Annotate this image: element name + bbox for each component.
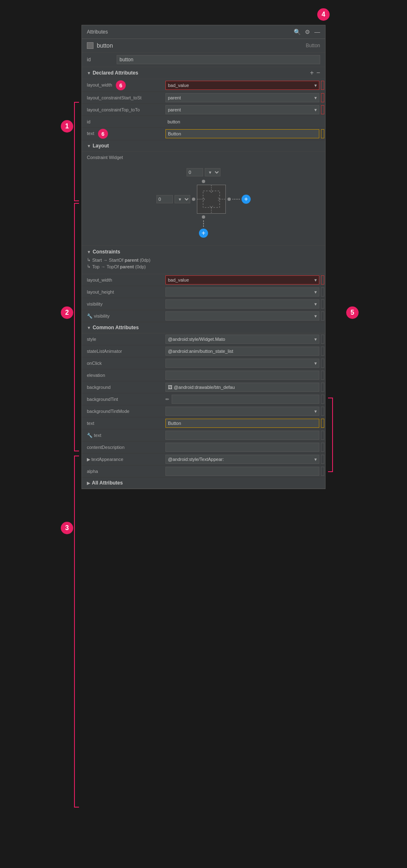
- attr-indicator-layout-width-layout[interactable]: [321, 275, 324, 285]
- text-common-input[interactable]: [165, 419, 319, 428]
- select-wrapper-style: @android:style/Widget.Mato ▼: [165, 335, 319, 344]
- attr-indicator-alpha[interactable]: [321, 467, 324, 476]
- visibility-wrench-select[interactable]: [165, 311, 319, 321]
- alpha-input[interactable]: [165, 467, 319, 476]
- bottom-plus-button[interactable]: +: [199, 229, 208, 238]
- badge-6-inline-2: 6: [98, 129, 108, 139]
- attr-row-text-declared: text 6: [82, 128, 325, 140]
- attr-indicator-background-tint[interactable]: [321, 395, 324, 404]
- remove-attribute-button[interactable]: −: [316, 70, 320, 76]
- constraint-start-select[interactable]: parent: [165, 93, 319, 102]
- attr-row-layout-width-layout: layout_width bad_value ▼: [82, 274, 325, 286]
- text-declared-input[interactable]: [165, 129, 319, 138]
- attr-label-visibility-wrench: 🔧 visibility: [87, 313, 165, 319]
- id-input[interactable]: [117, 55, 320, 64]
- attr-indicator-state-list-animator[interactable]: [321, 347, 324, 356]
- minimize-icon[interactable]: —: [314, 29, 320, 35]
- background-input[interactable]: [165, 383, 319, 392]
- constraint-top-select[interactable]: parent: [165, 105, 319, 114]
- visibility-select[interactable]: [165, 299, 319, 309]
- badge-3: 3: [61, 522, 73, 534]
- attr-label-on-click: onClick: [87, 361, 165, 366]
- state-list-animator-input[interactable]: [165, 347, 319, 356]
- layout-width-layout-select[interactable]: bad_value: [165, 275, 319, 285]
- select-wrapper-constraint-top: parent ▼: [165, 105, 319, 114]
- bracket-layout: [74, 203, 79, 451]
- attr-row-constraint-top: layout_constraintTop_toTo parent ▼: [82, 104, 325, 116]
- attr-label-background: background: [87, 385, 165, 390]
- attr-value-text-wrench: [165, 431, 325, 440]
- attr-indicator-constraint-start[interactable]: [321, 93, 324, 102]
- attr-label-constraint-top: layout_constraintTop_toTo: [87, 107, 165, 112]
- left-connector-dot: [192, 198, 195, 201]
- header-icons: 🔍 ⚙ —: [294, 29, 320, 35]
- diagram-center: ▼ ▼: [156, 168, 251, 238]
- attr-indicator-background[interactable]: [321, 383, 324, 392]
- attr-value-style: @android:style/Widget.Mato ▼: [165, 335, 325, 344]
- search-icon[interactable]: 🔍: [294, 29, 301, 35]
- attr-label-text-common: text: [87, 421, 165, 426]
- attr-label-layout-width-layout: layout_width: [87, 277, 165, 282]
- left-dimension-input[interactable]: [156, 195, 173, 203]
- attr-label-alpha: alpha: [87, 469, 165, 474]
- on-click-select[interactable]: [165, 359, 319, 368]
- background-tint-input[interactable]: [172, 395, 319, 404]
- attr-indicator-style[interactable]: [321, 335, 324, 344]
- top-control: ▼: [187, 168, 220, 176]
- style-select[interactable]: @android:style/Widget.Mato: [165, 335, 319, 344]
- attr-indicator-content-description[interactable]: [321, 443, 324, 452]
- id-declared-value: button: [165, 118, 324, 125]
- attr-indicator-text-common[interactable]: [321, 419, 324, 428]
- attr-indicator-constraint-top[interactable]: [321, 105, 324, 114]
- attr-indicator-text-appearance[interactable]: [321, 455, 324, 464]
- attr-label-text-wrench: 🔧 text: [87, 433, 165, 438]
- constraint-start-bold: parent: [124, 258, 139, 263]
- select-wrapper-on-click: ▼: [165, 359, 319, 368]
- text-wrench-input[interactable]: [165, 431, 319, 440]
- text-appearance-select[interactable]: @android:style/TextAppear:: [165, 455, 319, 464]
- widget-icon: [87, 42, 93, 49]
- attr-indicator-text-declared[interactable]: [321, 129, 324, 138]
- attr-indicator-layout-width-declared[interactable]: [321, 81, 324, 90]
- badge-2: 2: [61, 306, 73, 319]
- attr-indicator-visibility-wrench[interactable]: [321, 311, 324, 321]
- elevation-input[interactable]: [165, 371, 319, 380]
- content-description-input[interactable]: [165, 443, 319, 452]
- layout-height-select[interactable]: [165, 287, 319, 297]
- attr-value-layout-width-declared: bad_value ▼: [165, 81, 325, 90]
- top-dimension-select[interactable]: ▼: [205, 168, 220, 176]
- gear-icon[interactable]: ⚙: [305, 29, 310, 35]
- constraint-top-bold: parent: [120, 264, 134, 269]
- attr-row-id-declared: id button: [82, 116, 325, 128]
- attr-label-content-description: contentDescription: [87, 445, 165, 450]
- attr-row-background-tint: backgroundTint ✏: [82, 393, 325, 405]
- right-plus-button[interactable]: +: [242, 195, 251, 204]
- id-label: id: [87, 57, 112, 63]
- layout-width-declared-select[interactable]: bad_value: [165, 81, 319, 90]
- select-wrapper-layout-height: ▼: [165, 287, 319, 297]
- widget-row: button Button: [82, 39, 325, 53]
- attr-indicator-elevation[interactable]: [321, 371, 324, 380]
- attr-row-visibility-wrench: 🔧 visibility ▼: [82, 310, 325, 322]
- attr-value-content-description: [165, 443, 325, 452]
- bottom-connector-dot: [202, 215, 205, 219]
- add-attribute-button[interactable]: +: [310, 70, 314, 76]
- attr-label-elevation: elevation: [87, 373, 165, 378]
- attr-indicator-visibility[interactable]: [321, 299, 324, 309]
- attr-indicator-background-tint-mode[interactable]: [321, 407, 324, 416]
- declared-attributes-label: Declared Attributes: [93, 70, 138, 76]
- attr-indicator-on-click[interactable]: [321, 359, 324, 368]
- top-dimension-input[interactable]: [187, 168, 203, 176]
- constraint-top-arrow: ↳: [87, 264, 91, 269]
- attr-label-layout-width-declared: layout_width 6: [87, 80, 165, 90]
- left-dimension-select[interactable]: ▼: [175, 195, 190, 203]
- attr-row-constraint-start: layout_constraintStart_toSt parent ▼: [82, 92, 325, 104]
- background-tint-mode-select[interactable]: [165, 407, 319, 416]
- attr-indicator-layout-height[interactable]: [321, 287, 324, 297]
- attr-row-style: style @android:style/Widget.Mato ▼: [82, 333, 325, 345]
- constraint-start-arrow: ↳: [87, 257, 91, 263]
- attr-indicator-text-wrench[interactable]: [321, 431, 324, 440]
- top-connector-dot: [202, 180, 205, 183]
- attr-value-visibility-wrench: ▼: [165, 311, 325, 321]
- widget-box: [197, 185, 226, 214]
